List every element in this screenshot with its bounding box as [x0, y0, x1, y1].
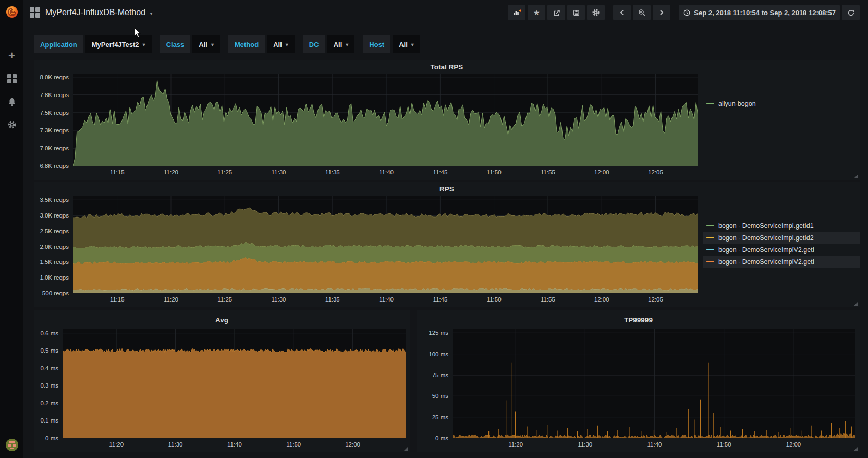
- zoom-out-icon: [638, 9, 646, 17]
- panel-title[interactable]: TP99999: [417, 310, 860, 329]
- panel-title[interactable]: RPS: [34, 182, 860, 196]
- sidebar-item-configuration[interactable]: [0, 113, 23, 136]
- x-tick-label: 11:15: [110, 296, 125, 303]
- sidebar: +: [0, 0, 23, 458]
- x-tick-label: 11:50: [487, 296, 502, 303]
- panel-resize-handle[interactable]: [854, 175, 858, 178]
- sidebar-item-dashboards[interactable]: [0, 67, 23, 90]
- y-tick-label: 0 ms: [45, 435, 58, 441]
- y-tick-label: 3.5K reqps: [40, 197, 69, 203]
- plot-area[interactable]: [73, 196, 698, 293]
- configuration-gear-icon: [7, 120, 17, 129]
- plot-area[interactable]: [63, 329, 406, 438]
- filter-class-selected: All: [199, 41, 207, 49]
- time-forward-button[interactable]: [653, 5, 670, 20]
- add-panel-button[interactable]: +: [508, 5, 525, 20]
- svg-text:+: +: [519, 9, 521, 14]
- panel-settings-button[interactable]: [587, 5, 605, 20]
- template-variable-row: Application MyPerf4JTest2 ▾ Class All ▾ …: [23, 25, 868, 53]
- y-tick-label: 0.1 ms: [40, 417, 58, 424]
- filter-application-value[interactable]: MyPerf4JTest2 ▾: [85, 35, 152, 53]
- panel-resize-handle[interactable]: [854, 302, 858, 306]
- panel-resize-handle[interactable]: [404, 447, 408, 451]
- y-tick-label: 1.0K reqps: [40, 274, 69, 281]
- chevron-down-icon: ▾: [150, 10, 153, 16]
- filter-class-value[interactable]: All ▾: [192, 35, 220, 53]
- x-tick-label: 11:45: [433, 296, 447, 303]
- chevron-down-icon: ▾: [346, 42, 348, 47]
- filter-application-label: Application: [34, 35, 83, 53]
- legend-series-color: [706, 261, 714, 262]
- filter-dc-value[interactable]: All ▾: [327, 35, 355, 53]
- x-tick-label: 11:35: [325, 169, 340, 175]
- chevron-down-icon: ▾: [143, 42, 145, 47]
- refresh-button[interactable]: [842, 5, 860, 20]
- filter-application: Application MyPerf4JTest2 ▾: [34, 35, 152, 53]
- y-tick-label: 500 reqps: [42, 290, 69, 296]
- y-tick-label: 0 ms: [435, 435, 448, 441]
- filter-host-value[interactable]: All ▾: [393, 35, 420, 53]
- x-tick-label: 11:25: [217, 296, 232, 303]
- save-icon: [572, 9, 580, 17]
- y-tick-label: 0.4 ms: [40, 365, 58, 371]
- user-avatar[interactable]: [0, 438, 23, 452]
- y-tick-label: 50 ms: [432, 393, 448, 399]
- time-range-picker[interactable]: Sep 2, 2018 11:10:54 to Sep 2, 2018 12:0…: [679, 5, 840, 20]
- panel-title[interactable]: Total RPS: [34, 60, 860, 74]
- panel-title[interactable]: Avg: [34, 310, 410, 329]
- panel-tp99999: TP99999 0 ms25 ms50 ms75 ms100 ms125 ms …: [417, 310, 860, 452]
- sidebar-item-alerting[interactable]: [0, 90, 23, 113]
- zoom-out-button[interactable]: [633, 5, 651, 20]
- star-icon: ★: [533, 9, 540, 16]
- star-button[interactable]: ★: [528, 5, 545, 20]
- legend-item[interactable]: bogon - DemoServiceImpl.getId1: [703, 220, 860, 232]
- filter-method-value[interactable]: All ▾: [267, 35, 295, 53]
- x-tick-label: 11:20: [508, 441, 523, 448]
- x-axis: 11:2011:3011:4011:5012:00: [63, 438, 406, 452]
- y-axis: 500 reqps1.0K reqps1.5K reqps2.0K reqps2…: [34, 196, 73, 307]
- legend-item[interactable]: bogon - DemoServiceImplV2.getI: [703, 256, 860, 268]
- panel-resize-handle[interactable]: [854, 447, 858, 451]
- dashboard-grid-icon[interactable]: [30, 7, 40, 18]
- main-area: MyPerf4J-InfluxDB-Method ▾ + ★: [23, 0, 868, 458]
- share-button[interactable]: [547, 5, 565, 20]
- plot-area[interactable]: [453, 329, 855, 438]
- y-tick-label: 0.5 ms: [40, 347, 58, 354]
- sidebar-nav: +: [0, 44, 23, 136]
- chevron-down-icon: ▾: [286, 42, 288, 47]
- x-tick-label: 12:05: [648, 296, 663, 303]
- filter-method: Method All ▾: [228, 35, 295, 53]
- legend-series-label: aliyun-bogon: [718, 100, 756, 107]
- sidebar-item-create[interactable]: +: [0, 44, 23, 67]
- legend-item[interactable]: bogon - DemoServiceImplV2.getI: [703, 244, 860, 256]
- filter-class: Class All ▾: [160, 35, 220, 53]
- time-range-text: Sep 2, 2018 11:10:54 to Sep 2, 2018 12:0…: [694, 9, 836, 17]
- grafana-logo[interactable]: [0, 0, 23, 23]
- legend-item[interactable]: bogon - DemoServiceImpl.getId2: [703, 232, 860, 244]
- legend: aliyun-bogon: [698, 74, 860, 180]
- x-tick-label: 11:25: [217, 169, 232, 175]
- x-tick-label: 11:40: [379, 296, 394, 303]
- filter-host-label: Host: [363, 35, 390, 53]
- chevron-down-icon: ▾: [411, 42, 414, 47]
- plot-area[interactable]: [73, 74, 698, 166]
- legend-series-color: [706, 237, 714, 238]
- y-axis: 6.8K reqps7.0K reqps7.3K reqps7.5K reqps…: [34, 74, 73, 180]
- x-tick-label: 12:00: [594, 169, 609, 175]
- share-icon: [553, 9, 560, 17]
- navbar: MyPerf4J-InfluxDB-Method ▾ + ★: [23, 0, 868, 25]
- dashboard-title-text: MyPerf4J-InfluxDB-Method: [45, 8, 145, 17]
- x-axis: 11:1511:2011:2511:3011:3511:4011:4511:50…: [73, 166, 698, 180]
- y-tick-label: 75 ms: [432, 372, 448, 378]
- plus-icon: +: [8, 50, 15, 62]
- x-tick-label: 11:15: [110, 169, 125, 175]
- save-button[interactable]: [567, 5, 585, 20]
- filter-method-label: Method: [228, 35, 265, 53]
- dashboard-title[interactable]: MyPerf4J-InfluxDB-Method ▾: [45, 8, 153, 17]
- y-tick-label: 125 ms: [429, 330, 448, 336]
- filter-application-selected: MyPerf4JTest2: [92, 41, 139, 49]
- filter-host: Host All ▾: [363, 35, 420, 53]
- time-back-button[interactable]: [613, 5, 631, 20]
- legend-item[interactable]: aliyun-bogon: [703, 98, 860, 110]
- grafana-app: +: [0, 0, 868, 458]
